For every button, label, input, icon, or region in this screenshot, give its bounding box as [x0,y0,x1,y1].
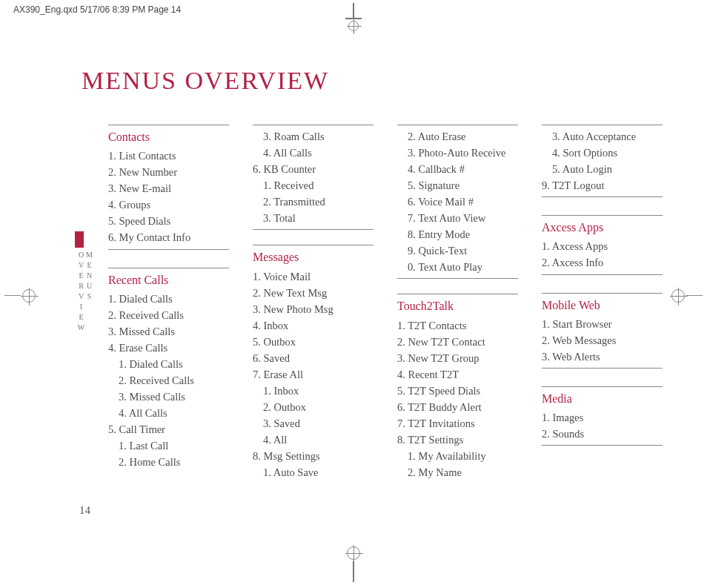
section-title-recent-calls: Recent Calls [108,268,229,291]
list-item: 5. Call Timer [108,421,229,437]
section-title-messages: Messages [253,245,374,268]
section-title-contacts: Contacts [108,125,229,148]
list-subitem: 2. Auto Erase [397,125,518,145]
column-2: 3. Roam Calls 4. All Calls 6. KB Counter… [253,125,374,480]
list-subitem: 4. All Calls [108,405,229,421]
registration-mark-right [670,289,703,303]
list-item: 2. Received Calls [108,307,229,323]
list-subitem: 7. Text Auto View [397,210,518,226]
list-subitem: 4. Sort Options [542,145,663,161]
list-subitem: 1. Received [253,177,374,194]
content-columns: Contacts 1. List Contacts 2. New Number … [108,125,663,480]
list-item: 8. Msg Settings [253,448,374,464]
column-4: 3. Auto Acceptance 4. Sort Options 5. Au… [542,125,663,480]
list-item: 1. Voice Mail [253,268,374,285]
list-subitem: 1. Inbox [253,383,374,399]
list-item: 1. T2T Contacts [397,317,518,334]
section-title-touch2talk: Touch2Talk [397,294,518,317]
list-subitem: 8. Entry Mode [397,226,518,242]
list-item: 7. T2T Invitations [397,415,518,432]
list-item: 4. Inbox [253,317,374,334]
list-subitem: 3. Total [253,210,374,226]
list-subitem: 2. Outbox [253,399,374,415]
list-subitem: 4. Callback # [397,161,518,177]
list-subitem: 1. My Availability [397,448,518,464]
section-rule [542,196,663,197]
list-item: 2. New Number [108,164,229,180]
list-item: 1. Images [542,409,663,426]
registration-mark-left [4,289,37,303]
column-1: Contacts 1. List Contacts 2. New Number … [108,125,229,480]
list-item: 2. New Text Msg [253,285,374,301]
list-subitem: 3. Roam Calls [253,125,374,145]
section-rule [542,274,663,275]
registration-mark-top [348,3,359,36]
list-item: 3. New Photo Msg [253,301,374,317]
list-item: 5. T2T Speed Dials [397,383,518,399]
list-subitem: 4. All Calls [253,145,374,161]
section-rule [397,278,518,279]
list-item: 4. Recent T2T [397,366,518,383]
list-item: 5. Outbox [253,334,374,350]
list-item: 1. Axcess Apps [542,238,663,254]
list-subitem: 1. Dialed Calls [108,356,229,372]
section-rule [108,249,229,250]
section-rule [542,368,663,369]
list-subitem: 6. Voice Mail # [397,194,518,210]
list-item: 1. List Contacts [108,148,229,164]
side-tab: MENUS OVERVIEW [76,251,93,338]
list-item: 8. T2T Settings [397,432,518,448]
list-subitem: 2. Received Calls [108,372,229,389]
list-item: 1. Dialed Calls [108,291,229,307]
list-item: 3. New E-mail [108,180,229,196]
list-item: 5. Speed Dials [108,213,229,229]
list-item: 2. New T2T Contact [397,334,518,350]
list-subitem: 3. Photo-Auto Receive [397,145,518,161]
side-tab-marker [75,231,84,248]
list-subitem: 0. Text Auto Play [397,259,518,275]
page-number: 14 [79,504,90,517]
list-subitem: 5. Signature [397,177,518,194]
column-3: 2. Auto Erase 3. Photo-Auto Receive 4. C… [397,125,518,480]
section-title-axcess-apps: Axcess Apps [542,215,663,238]
list-subitem: 2. My Name [397,464,518,480]
section-title-media: Media [542,386,663,409]
section-title-mobile-web: Mobile Web [542,293,663,316]
list-subitem: 3. Saved [253,415,374,432]
list-item: 4. Erase Calls [108,340,229,356]
list-item: 2. Web Messages [542,332,663,348]
list-subitem: 2. Transmitted [253,194,374,210]
section-rule [253,229,374,230]
list-subitem: 1. Last Call [108,437,229,454]
list-subitem: 5. Auto Login [542,161,663,177]
list-item: 3. Web Alerts [542,348,663,365]
list-subitem: 9. Quick-Text [397,242,518,259]
side-tab-text: MENUS OVERVIEW [76,251,93,338]
list-item: 2. Sounds [542,426,663,442]
list-subitem: 3. Missed Calls [108,389,229,405]
registration-mark-bottom [347,546,360,584]
list-item: 3. New T2T Group [397,350,518,366]
list-subitem: 3. Auto Acceptance [542,125,663,145]
list-item: 6. My Contact Info [108,229,229,245]
page-title: MENUS OVERVIEW [82,67,329,95]
list-subitem: 1. Auto Save [253,464,374,480]
list-item: 9. T2T Logout [542,177,663,194]
print-slug: AX390_Eng.qxd 5/17/06 8:39 PM Page 14 [13,4,181,15]
list-item: 2. Axcess Info [542,254,663,271]
section-rule [542,445,663,446]
list-item: 7. Erase All [253,366,374,383]
list-item: 6. Saved [253,350,374,366]
list-item: 3. Missed Calls [108,323,229,340]
list-item: 1. Start Browser [542,316,663,332]
list-subitem: 2. Home Calls [108,454,229,470]
list-subitem: 4. All [253,432,374,448]
list-item: 4. Groups [108,196,229,213]
list-item: 6. KB Counter [253,161,374,177]
list-item: 6. T2T Buddy Alert [397,399,518,415]
